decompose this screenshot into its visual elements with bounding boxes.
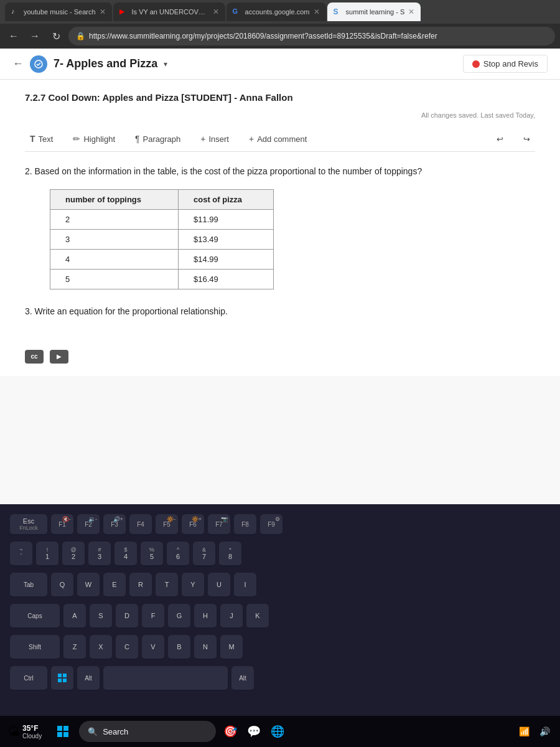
key-i[interactable]: I	[234, 573, 256, 598]
forward-button[interactable]: →	[26, 27, 44, 45]
key-x[interactable]: X	[90, 635, 112, 660]
stop-revise-button[interactable]: Stop and Revis	[463, 55, 548, 73]
tab-vy[interactable]: ▶ Is VY an UNDERCOVER / ✕	[113, 2, 225, 21]
toolbar-text[interactable]: T Text	[25, 131, 58, 146]
play-pause-button[interactable]: ▶	[50, 350, 68, 364]
weather-desc: Cloudy	[22, 733, 42, 740]
key-6[interactable]: ^ 6	[167, 542, 189, 566]
taskbar-browser-icon[interactable]: 🌐	[268, 722, 287, 741]
table-row: 3$13.49	[50, 230, 274, 250]
lock-icon: 🔒	[76, 32, 85, 40]
key-f4[interactable]: F4	[129, 514, 152, 535]
key-space[interactable]	[103, 666, 228, 691]
key-win[interactable]	[51, 666, 73, 691]
key-u[interactable]: U	[208, 573, 230, 598]
key-s[interactable]: S	[90, 604, 112, 629]
key-b[interactable]: B	[168, 635, 190, 660]
key-f9[interactable]: ⚙ F9	[260, 514, 282, 535]
key-f7[interactable]: 📷 F7	[208, 514, 230, 535]
key-esc[interactable]: Esc FnLock	[10, 514, 47, 535]
table-cell-toppings: 3	[50, 230, 179, 250]
volume-icon[interactable]: 🔊	[537, 724, 553, 739]
key-f6[interactable]: 🔆+ F6	[182, 514, 204, 535]
cc-button[interactable]: cc	[25, 350, 44, 364]
key-ctrl-left[interactable]: Ctrl	[10, 666, 47, 691]
key-f[interactable]: F	[142, 604, 164, 629]
key-a[interactable]: A	[63, 604, 86, 629]
key-5[interactable]: % 5	[141, 542, 163, 566]
key-m[interactable]: M	[220, 635, 243, 660]
toolbar-undo[interactable]: ↩	[492, 132, 508, 146]
table-cell-toppings: 2	[50, 210, 179, 230]
undo-icon: ↩	[497, 134, 503, 144]
page-title-dropdown[interactable]: ▾	[164, 60, 167, 68]
address-bar[interactable]: 🔒 https://www.summitlearning.org/my/proj…	[68, 27, 555, 45]
network-icon[interactable]: 📶	[516, 724, 532, 739]
address-bar-row: ← → ↻ 🔒 https://www.summitlearning.org/m…	[0, 24, 560, 49]
tab-summit-close[interactable]: ✕	[408, 7, 414, 16]
question3-text: 3. Write an equation for the proportiona…	[25, 304, 535, 318]
key-4[interactable]: $ 4	[114, 542, 137, 566]
toolbar-insert[interactable]: + Insert	[195, 131, 234, 146]
page-back-arrow[interactable]: ←	[12, 57, 24, 70]
refresh-button[interactable]: ↻	[47, 27, 65, 45]
tab-summit[interactable]: S summit learning - S ✕	[327, 2, 421, 21]
taskbar-search-bar[interactable]: 🔍 Search	[79, 721, 216, 742]
key-7[interactable]: & 7	[193, 542, 215, 566]
toolbar-paragraph[interactable]: ¶ Paragraph	[130, 131, 185, 146]
tab-vy-title: Is VY an UNDERCOVER /	[132, 8, 209, 16]
key-k[interactable]: K	[246, 604, 269, 629]
insert-tool-label: Insert	[208, 134, 229, 144]
toolbar-highlight[interactable]: ✏ Highlight	[68, 131, 120, 146]
key-alt-right[interactable]: Alt	[231, 666, 254, 691]
toolbar-redo[interactable]: ↪	[518, 132, 535, 146]
key-j[interactable]: J	[220, 604, 243, 629]
key-t[interactable]: T	[156, 573, 178, 598]
table-row: 4$14.99	[50, 250, 274, 270]
tab-google[interactable]: G accounts.google.com ✕	[226, 2, 326, 21]
svg-rect-2	[63, 726, 68, 731]
key-f8[interactable]: F8	[234, 514, 256, 535]
key-f5[interactable]: 🔆- F5	[156, 514, 178, 535]
tab-youtube-music[interactable]: ♪ youtube music - Search ✕	[5, 2, 112, 21]
key-alt-left[interactable]: Alt	[77, 666, 100, 691]
key-shift-left[interactable]: Shift	[10, 635, 60, 660]
saved-status: All changes saved. Last saved Today,	[25, 111, 535, 119]
svg-rect-5	[58, 674, 62, 677]
back-button[interactable]: ←	[5, 27, 22, 45]
letter-row-2: Caps A S D F G H J K	[10, 604, 550, 629]
key-d[interactable]: D	[116, 604, 138, 629]
key-q[interactable]: Q	[51, 573, 73, 598]
key-w[interactable]: W	[77, 573, 100, 598]
tab-google-close[interactable]: ✕	[314, 7, 320, 16]
browser-chrome: ♪ youtube music - Search ✕ ▶ Is VY an UN…	[0, 0, 560, 49]
key-y[interactable]: Y	[182, 573, 204, 598]
key-h[interactable]: H	[194, 604, 217, 629]
key-r[interactable]: R	[129, 573, 152, 598]
key-1[interactable]: ! 1	[36, 542, 58, 566]
document-title: 7.2.7 Cool Down: Apples and Pizza [STUDE…	[25, 92, 293, 103]
key-c[interactable]: C	[116, 635, 138, 660]
keyboard-area: Esc FnLock 🔇- F1 🔉- F2 🔊+ F3 F4 🔆- F5 🔆+…	[0, 504, 560, 716]
key-g[interactable]: G	[168, 604, 190, 629]
key-tab[interactable]: Tab	[10, 573, 47, 598]
key-e[interactable]: E	[103, 573, 126, 598]
tab-youtube-close[interactable]: ✕	[100, 7, 106, 16]
key-3[interactable]: # 3	[88, 542, 111, 566]
key-n[interactable]: N	[194, 635, 217, 660]
key-f3[interactable]: 🔊+ F3	[103, 514, 126, 535]
text-tool-icon: T	[30, 134, 35, 144]
key-8[interactable]: * 8	[219, 542, 241, 566]
key-caps[interactable]: Caps	[10, 604, 60, 629]
tab-vy-close[interactable]: ✕	[213, 7, 219, 16]
key-2[interactable]: @ 2	[62, 542, 85, 566]
key-f2[interactable]: 🔉- F2	[77, 514, 100, 535]
taskbar-chat-icon[interactable]: 💬	[245, 722, 263, 741]
key-f1[interactable]: 🔇- F1	[51, 514, 73, 535]
start-button[interactable]	[52, 720, 74, 743]
key-tilde[interactable]: ~ `	[10, 542, 32, 566]
taskbar-emoji-icon[interactable]: 🎯	[221, 722, 240, 741]
toolbar-add-comment[interactable]: + Add comment	[244, 131, 312, 146]
key-z[interactable]: Z	[63, 635, 86, 660]
key-v[interactable]: V	[142, 635, 164, 660]
